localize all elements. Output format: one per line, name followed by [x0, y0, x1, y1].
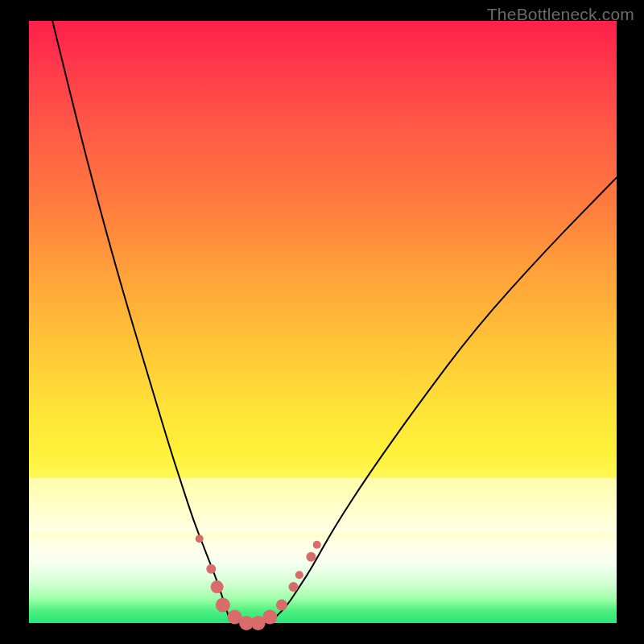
curve-marker	[295, 571, 303, 579]
curve-marker	[228, 610, 242, 625]
pale-band	[29, 478, 617, 532]
curve-marker	[262, 610, 277, 625]
curve-marker	[251, 616, 266, 630]
curve-marker	[206, 564, 216, 574]
curve-marker	[306, 552, 316, 562]
marker-layer	[196, 535, 321, 630]
curve-marker	[239, 616, 254, 630]
plot-area	[29, 21, 617, 623]
bottleneck-curve	[52, 21, 617, 623]
curve-layer	[52, 21, 617, 623]
curve-marker	[276, 600, 287, 611]
curve-marker	[196, 535, 204, 543]
curve-marker	[313, 541, 321, 549]
curve-marker	[216, 598, 230, 613]
curve-marker	[289, 582, 299, 592]
chart-frame: TheBottleneck.com	[0, 0, 644, 644]
chart-svg	[29, 21, 617, 623]
curve-marker	[211, 580, 224, 593]
